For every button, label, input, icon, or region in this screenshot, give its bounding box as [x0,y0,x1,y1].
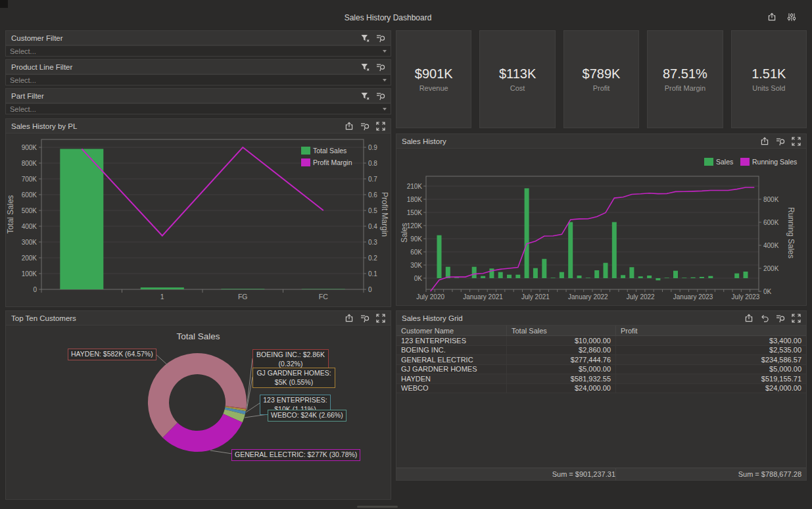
svg-text:Profit Margin: Profit Margin [380,192,389,237]
grid-footer-total-sales-sum: Sum = $901,237.31 [507,468,616,480]
grid-column-header[interactable]: Total Sales [507,326,616,335]
kpi-value: $789K [583,66,621,82]
svg-text:FC: FC [319,293,328,301]
grid-cell[interactable]: $2,535.00 [616,346,806,355]
grid-row[interactable]: BOEING INC.$2,860.00$2,535.00 [396,346,806,356]
dropdown-arrow-icon [383,50,387,53]
svg-text:800K: 800K [763,196,779,203]
grid-cell[interactable]: $5,000.00 [616,365,806,374]
svg-text:Sales: Sales [716,158,733,166]
clear-filter-icon[interactable] [775,136,785,146]
kpi-value: $901K [415,66,453,82]
grid-row[interactable]: WEBCO$24,000.00$24,000.00 [396,384,806,394]
combobox-value: Select... [10,105,383,113]
top-ten-customers-chart[interactable]: Total Sales HAYDEN: $582K (64.57%) BOEIN… [6,326,391,499]
clear-filter-icon[interactable] [375,33,385,43]
export-icon[interactable] [344,121,354,131]
sales-history-by-pl-panel: Sales History by PL 00100K0.1200K0.2300K… [5,118,391,307]
customer-filter-combobox[interactable]: Select... [6,45,391,56]
grid-cell[interactable]: $2,860.00 [507,346,616,355]
svg-text:0.6: 0.6 [368,191,377,199]
panel-title-label: Top Ten Customers [11,314,76,322]
part-filter-combobox[interactable]: Select... [6,103,391,114]
combobox-value: Select... [10,47,383,55]
maximize-icon[interactable] [375,313,385,323]
product-line-filter-combobox[interactable]: Select... [6,74,391,85]
maximize-icon[interactable] [375,121,385,131]
panel-title-label: Sales History by PL [11,122,77,130]
filter-icon[interactable] [360,33,370,43]
export-icon[interactable] [759,136,769,146]
svg-text:January 2022: January 2022 [568,293,608,301]
svg-text:0.8: 0.8 [368,160,377,167]
undo-icon[interactable] [759,313,769,323]
clear-filter-icon[interactable] [360,313,370,323]
grid-cell[interactable]: $10,000.00 [507,336,616,345]
svg-text:July 2022: July 2022 [627,293,655,301]
svg-text:July 2023: July 2023 [732,293,760,301]
grid-cell[interactable]: $581,932.55 [507,374,616,383]
svg-text:January 2021: January 2021 [463,293,503,301]
maximize-icon[interactable] [791,136,801,146]
grid-cell[interactable]: $277,444.76 [507,355,616,364]
svg-text:0.1: 0.1 [368,270,377,278]
clear-filter-icon[interactable] [775,313,785,323]
svg-text:0.2: 0.2 [368,254,377,262]
grid-row[interactable]: 123 ENTERPRISES$10,000.00$3,400.00 [396,336,806,346]
grid-cell[interactable]: GENERAL ELECTRIC [396,355,507,364]
horizontal-scrollbar-thumb[interactable] [357,506,398,508]
grid-cell[interactable]: $24,000.00 [616,384,806,393]
grid-footer-profit-sum: Sum = $788,677.28 [616,468,806,480]
kpi-label: Revenue [419,84,448,92]
svg-text:210K: 210K [407,183,423,190]
clear-filter-icon[interactable] [375,62,385,72]
panel-title-label: Product Line Filter [11,63,72,71]
grid-row[interactable]: HAYDEN$581,932.55$519,155.71 [396,374,806,384]
svg-text:30K: 30K [410,262,422,269]
callout-general-electric: GENERAL ELECTRIC: $277K (30.78%) [231,449,360,461]
filter-icon[interactable] [360,91,370,101]
filter-icon[interactable] [360,62,370,72]
grid-cell[interactable]: 123 ENTERPRISES [396,336,507,345]
grid-cell[interactable]: $234,586.57 [616,355,806,364]
grid-column-header[interactable]: Profit [616,326,806,335]
svg-text:July 2021: July 2021 [521,293,550,301]
svg-text:Profit Margin: Profit Margin [313,158,352,166]
grid-rows: 123 ENTERPRISES$10,000.00$3,400.00BOEING… [396,336,806,393]
parameters-icon[interactable] [786,12,796,22]
svg-text:700K: 700K [22,176,37,183]
grid-cell[interactable]: HAYDEN [396,374,507,383]
panel-titlebar: Sales History [396,134,806,149]
grid-cell[interactable]: GJ GARDNER HOMES [396,365,507,374]
kpi-card-profit: $789K Profit [563,30,639,128]
export-icon[interactable] [344,313,354,323]
clear-filter-icon[interactable] [375,91,385,101]
grid-cell[interactable]: $519,155.71 [616,374,806,383]
sales-history-grid-panel: Sales History Grid Customer Name Total S… [396,310,807,481]
app-header: Sales History Dashboard [0,0,812,29]
grid-cell[interactable]: WEBCO [396,384,507,393]
svg-text:150K: 150K [407,209,423,216]
export-icon[interactable] [767,12,776,22]
sales-history-chart[interactable]: 0K30K60K90K120K150K180K210K0K200K400K600… [396,149,806,305]
grid-cell[interactable]: $3,400.00 [616,336,806,345]
svg-text:0.4: 0.4 [368,223,377,230]
grid-cell[interactable]: $24,000.00 [507,384,616,393]
grid-cell[interactable]: $5,000.00 [507,365,616,374]
svg-text:1: 1 [160,293,164,301]
svg-text:400K: 400K [22,223,37,230]
grid-cell[interactable]: BOEING INC. [396,346,507,355]
svg-text:0K: 0K [414,275,423,282]
svg-text:120K: 120K [407,222,423,230]
clear-filter-icon[interactable] [360,121,370,131]
svg-text:0.7: 0.7 [368,176,377,183]
grid-row[interactable]: GENERAL ELECTRIC$277,444.76$234,586.57 [396,355,806,365]
app-actions [767,12,796,22]
export-icon[interactable] [744,313,753,323]
grid-row[interactable]: GJ GARDNER HOMES$5,000.00$5,000.00 [396,365,806,375]
svg-text:500K: 500K [22,207,37,214]
grid-column-header[interactable]: Customer Name [396,326,507,335]
sales-by-pl-chart[interactable]: 00100K0.1200K0.2300K0.3400K0.4500K0.5600… [6,133,391,306]
svg-text:Total Sales: Total Sales [6,195,15,234]
maximize-icon[interactable] [791,313,801,323]
